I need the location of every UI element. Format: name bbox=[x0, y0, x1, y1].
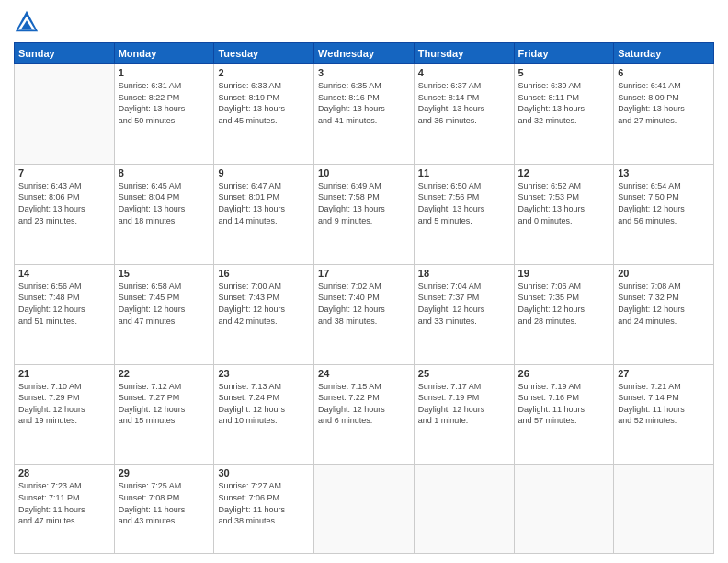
day-number: 3 bbox=[318, 67, 410, 78]
calendar-cell: 2Sunrise: 6:33 AM Sunset: 8:19 PM Daylig… bbox=[214, 64, 314, 165]
logo bbox=[14, 9, 43, 35]
calendar-cell bbox=[514, 465, 614, 554]
day-number: 29 bbox=[119, 467, 210, 478]
day-number: 24 bbox=[318, 368, 410, 379]
calendar-cell: 9Sunrise: 6:47 AM Sunset: 8:01 PM Daylig… bbox=[214, 164, 314, 264]
weekday-header: Tuesday bbox=[214, 43, 314, 64]
calendar-cell: 24Sunrise: 7:15 AM Sunset: 7:22 PM Dayli… bbox=[314, 364, 415, 465]
day-info: Sunrise: 6:33 AM Sunset: 8:19 PM Dayligh… bbox=[218, 80, 310, 126]
calendar-week-row: 28Sunrise: 7:23 AM Sunset: 7:11 PM Dayli… bbox=[15, 465, 714, 554]
calendar-cell: 16Sunrise: 7:00 AM Sunset: 7:43 PM Dayli… bbox=[214, 264, 314, 364]
day-info: Sunrise: 6:39 AM Sunset: 8:11 PM Dayligh… bbox=[518, 80, 610, 126]
day-number: 25 bbox=[418, 368, 510, 379]
weekday-header: Friday bbox=[514, 43, 614, 64]
calendar-cell: 18Sunrise: 7:04 AM Sunset: 7:37 PM Dayli… bbox=[414, 264, 514, 364]
day-info: Sunrise: 6:43 AM Sunset: 8:06 PM Dayligh… bbox=[18, 180, 110, 226]
day-info: Sunrise: 6:35 AM Sunset: 8:16 PM Dayligh… bbox=[318, 80, 410, 126]
day-number: 9 bbox=[218, 167, 310, 178]
logo-icon bbox=[14, 9, 40, 35]
day-number: 11 bbox=[418, 167, 510, 178]
calendar-cell: 30Sunrise: 7:27 AM Sunset: 7:06 PM Dayli… bbox=[214, 465, 314, 554]
day-number: 8 bbox=[119, 167, 210, 178]
day-number: 20 bbox=[618, 268, 710, 279]
calendar-week-row: 1Sunrise: 6:31 AM Sunset: 8:22 PM Daylig… bbox=[15, 64, 714, 165]
day-number: 27 bbox=[618, 368, 710, 379]
weekday-header: Sunday bbox=[15, 43, 115, 64]
calendar-cell: 23Sunrise: 7:13 AM Sunset: 7:24 PM Dayli… bbox=[214, 364, 314, 465]
calendar-cell: 15Sunrise: 6:58 AM Sunset: 7:45 PM Dayli… bbox=[114, 264, 214, 364]
day-info: Sunrise: 7:04 AM Sunset: 7:37 PM Dayligh… bbox=[418, 281, 510, 327]
day-info: Sunrise: 7:19 AM Sunset: 7:16 PM Dayligh… bbox=[518, 381, 610, 427]
calendar-cell: 17Sunrise: 7:02 AM Sunset: 7:40 PM Dayli… bbox=[314, 264, 415, 364]
day-number: 21 bbox=[18, 368, 110, 379]
calendar-cell: 29Sunrise: 7:25 AM Sunset: 7:08 PM Dayli… bbox=[114, 465, 214, 554]
day-info: Sunrise: 7:06 AM Sunset: 7:35 PM Dayligh… bbox=[518, 281, 610, 327]
calendar-cell bbox=[614, 465, 714, 554]
calendar-cell: 7Sunrise: 6:43 AM Sunset: 8:06 PM Daylig… bbox=[15, 164, 115, 264]
page: SundayMondayTuesdayWednesdayThursdayFrid… bbox=[0, 0, 728, 563]
day-number: 26 bbox=[518, 368, 610, 379]
day-info: Sunrise: 6:56 AM Sunset: 7:48 PM Dayligh… bbox=[18, 281, 110, 327]
calendar-cell bbox=[314, 465, 415, 554]
calendar-cell: 4Sunrise: 6:37 AM Sunset: 8:14 PM Daylig… bbox=[414, 64, 514, 165]
day-number: 23 bbox=[218, 368, 310, 379]
day-number: 18 bbox=[418, 268, 510, 279]
calendar-cell: 11Sunrise: 6:50 AM Sunset: 7:56 PM Dayli… bbox=[414, 164, 514, 264]
weekday-header: Thursday bbox=[414, 43, 514, 64]
day-info: Sunrise: 7:08 AM Sunset: 7:32 PM Dayligh… bbox=[618, 281, 710, 327]
day-number: 22 bbox=[119, 368, 210, 379]
day-info: Sunrise: 6:47 AM Sunset: 8:01 PM Dayligh… bbox=[218, 180, 310, 226]
header-row: SundayMondayTuesdayWednesdayThursdayFrid… bbox=[15, 43, 714, 64]
day-number: 5 bbox=[518, 67, 610, 78]
day-info: Sunrise: 7:17 AM Sunset: 7:19 PM Dayligh… bbox=[418, 381, 510, 427]
day-info: Sunrise: 7:02 AM Sunset: 7:40 PM Dayligh… bbox=[318, 281, 410, 327]
day-info: Sunrise: 7:10 AM Sunset: 7:29 PM Dayligh… bbox=[18, 381, 110, 427]
calendar-week-row: 7Sunrise: 6:43 AM Sunset: 8:06 PM Daylig… bbox=[15, 164, 714, 264]
day-number: 14 bbox=[18, 268, 110, 279]
weekday-header: Saturday bbox=[614, 43, 714, 64]
calendar-cell: 8Sunrise: 6:45 AM Sunset: 8:04 PM Daylig… bbox=[114, 164, 214, 264]
day-info: Sunrise: 7:25 AM Sunset: 7:08 PM Dayligh… bbox=[119, 480, 210, 526]
day-info: Sunrise: 7:15 AM Sunset: 7:22 PM Dayligh… bbox=[318, 381, 410, 427]
day-number: 16 bbox=[218, 268, 310, 279]
day-number: 30 bbox=[218, 467, 310, 478]
calendar-week-row: 21Sunrise: 7:10 AM Sunset: 7:29 PM Dayli… bbox=[15, 364, 714, 465]
calendar-cell: 14Sunrise: 6:56 AM Sunset: 7:48 PM Dayli… bbox=[15, 264, 115, 364]
day-info: Sunrise: 7:13 AM Sunset: 7:24 PM Dayligh… bbox=[218, 381, 310, 427]
calendar-cell: 28Sunrise: 7:23 AM Sunset: 7:11 PM Dayli… bbox=[15, 465, 115, 554]
calendar-cell: 1Sunrise: 6:31 AM Sunset: 8:22 PM Daylig… bbox=[114, 64, 214, 165]
day-number: 1 bbox=[119, 67, 210, 78]
calendar-cell: 19Sunrise: 7:06 AM Sunset: 7:35 PM Dayli… bbox=[514, 264, 614, 364]
day-info: Sunrise: 6:49 AM Sunset: 7:58 PM Dayligh… bbox=[318, 180, 410, 226]
calendar-week-row: 14Sunrise: 6:56 AM Sunset: 7:48 PM Dayli… bbox=[15, 264, 714, 364]
day-info: Sunrise: 6:45 AM Sunset: 8:04 PM Dayligh… bbox=[119, 180, 210, 226]
day-info: Sunrise: 6:41 AM Sunset: 8:09 PM Dayligh… bbox=[618, 80, 710, 126]
calendar-cell: 26Sunrise: 7:19 AM Sunset: 7:16 PM Dayli… bbox=[514, 364, 614, 465]
weekday-header: Wednesday bbox=[314, 43, 415, 64]
calendar-cell: 27Sunrise: 7:21 AM Sunset: 7:14 PM Dayli… bbox=[614, 364, 714, 465]
day-info: Sunrise: 6:31 AM Sunset: 8:22 PM Dayligh… bbox=[119, 80, 210, 126]
day-info: Sunrise: 6:58 AM Sunset: 7:45 PM Dayligh… bbox=[119, 281, 210, 327]
calendar-cell: 10Sunrise: 6:49 AM Sunset: 7:58 PM Dayli… bbox=[314, 164, 415, 264]
day-number: 19 bbox=[518, 268, 610, 279]
calendar-cell: 12Sunrise: 6:52 AM Sunset: 7:53 PM Dayli… bbox=[514, 164, 614, 264]
day-info: Sunrise: 7:21 AM Sunset: 7:14 PM Dayligh… bbox=[618, 381, 710, 427]
calendar-cell: 20Sunrise: 7:08 AM Sunset: 7:32 PM Dayli… bbox=[614, 264, 714, 364]
day-info: Sunrise: 7:00 AM Sunset: 7:43 PM Dayligh… bbox=[218, 281, 310, 327]
day-number: 13 bbox=[618, 167, 710, 178]
calendar-cell: 6Sunrise: 6:41 AM Sunset: 8:09 PM Daylig… bbox=[614, 64, 714, 165]
day-info: Sunrise: 6:37 AM Sunset: 8:14 PM Dayligh… bbox=[418, 80, 510, 126]
day-info: Sunrise: 7:12 AM Sunset: 7:27 PM Dayligh… bbox=[119, 381, 210, 427]
day-number: 4 bbox=[418, 67, 510, 78]
day-info: Sunrise: 6:52 AM Sunset: 7:53 PM Dayligh… bbox=[518, 180, 610, 226]
day-number: 17 bbox=[318, 268, 410, 279]
day-number: 15 bbox=[119, 268, 210, 279]
calendar-cell bbox=[414, 465, 514, 554]
day-info: Sunrise: 7:23 AM Sunset: 7:11 PM Dayligh… bbox=[18, 480, 110, 526]
day-number: 28 bbox=[18, 467, 110, 478]
day-number: 7 bbox=[18, 167, 110, 178]
day-number: 12 bbox=[518, 167, 610, 178]
calendar-cell: 22Sunrise: 7:12 AM Sunset: 7:27 PM Dayli… bbox=[114, 364, 214, 465]
day-info: Sunrise: 6:54 AM Sunset: 7:50 PM Dayligh… bbox=[618, 180, 710, 226]
header bbox=[14, 9, 714, 35]
